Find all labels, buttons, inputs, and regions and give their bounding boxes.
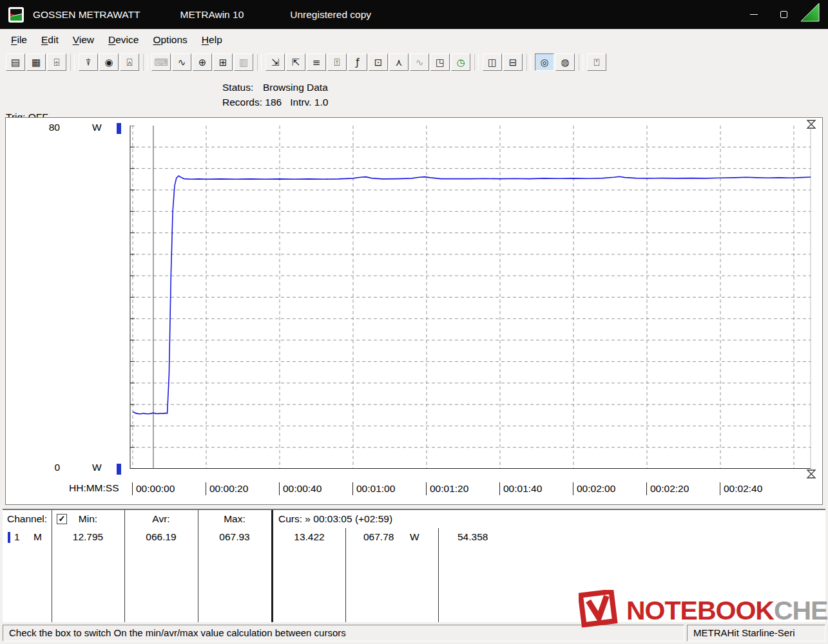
- toolbar-separator: [70, 54, 75, 71]
- channel-number: 1: [14, 531, 20, 543]
- save-export-icon: ▦: [32, 57, 41, 68]
- table-divider-thick: [271, 510, 273, 622]
- copy-page-icon: ◳: [436, 57, 445, 68]
- device-read-icon: ⍒: [85, 57, 91, 68]
- zoom-window-icon: ◍: [561, 57, 569, 68]
- status-panel: Trig: OFF Chan: 123456789 Status: Browsi…: [0, 74, 828, 117]
- license-status: Unregistered copy: [290, 9, 371, 21]
- x-tick-label: 00:00:20: [206, 482, 248, 495]
- annotations-button[interactable]: ⍞: [587, 53, 606, 71]
- minimize-button[interactable]: [739, 0, 769, 29]
- zoom-window-button[interactable]: ◍: [555, 53, 575, 71]
- y-range-bottom-marker[interactable]: [117, 464, 121, 475]
- app-name: GOSSEN METRAWATT: [33, 9, 140, 21]
- x-tick-label: 00:02:20: [646, 482, 689, 495]
- table-divider: [52, 510, 52, 622]
- app-window: GOSSEN METRAWATT METRAwin 10 Unregistere…: [0, 0, 828, 644]
- max-header: Max:: [198, 513, 271, 525]
- table-divider: [438, 528, 439, 622]
- records-count: Records: 186: [222, 95, 282, 109]
- cursor2-value: 067.78: [363, 531, 394, 543]
- merge-data-button[interactable]: ⇱: [286, 53, 305, 71]
- notebookcheck-logo-icon: [579, 590, 621, 631]
- monitor-out-button[interactable]: ⍐: [327, 53, 347, 71]
- menu-options[interactable]: Options: [146, 31, 194, 49]
- y-axis-max-label: 80: [43, 122, 60, 133]
- x-tick-label: 00:01:40: [499, 482, 542, 495]
- print-button[interactable]: ⊟: [503, 53, 523, 71]
- y-axis-min-label: 0: [43, 462, 60, 473]
- notebookcheck-watermark: NOTEBOOK CHECK: [579, 589, 828, 632]
- menu-help[interactable]: Help: [195, 31, 229, 49]
- copy-page-button[interactable]: ◳: [430, 53, 450, 71]
- channel-mode: M: [34, 531, 42, 543]
- monitor-out-icon: ⍐: [334, 57, 340, 68]
- save-icon: ▤: [11, 57, 20, 68]
- save-export-button[interactable]: ▦: [26, 53, 46, 71]
- toolbar-separator: [526, 54, 531, 71]
- channel-header: Channel:: [7, 513, 47, 525]
- cursors-header: Curs: » 00:03:05 (+02:59): [278, 513, 392, 525]
- timer-icon: ◷: [456, 57, 465, 68]
- status-value: Browsing Data: [263, 80, 328, 95]
- print-preview-button[interactable]: ◫: [483, 53, 502, 71]
- status-label: Status:: [222, 80, 263, 95]
- x-tick-label: 00:02:00: [573, 482, 615, 495]
- x-tick-label: 00:01:00: [352, 482, 395, 495]
- cursor2-bottom-handle-icon[interactable]: [806, 469, 816, 478]
- x-tick-label: 00:00:00: [132, 482, 175, 495]
- save-button[interactable]: ▤: [6, 53, 25, 71]
- window-title: METRAwin 10: [180, 9, 244, 21]
- menu-device[interactable]: Device: [101, 31, 146, 49]
- menu-view[interactable]: View: [66, 31, 101, 49]
- x-tick-label: 00:01:20: [426, 482, 468, 495]
- split-curves-button[interactable]: ⋏: [389, 53, 409, 71]
- cursor2-unit: W: [410, 531, 419, 543]
- watermark-word1: NOTEBOOK: [626, 596, 774, 626]
- device-send-icon: ⍓: [126, 57, 132, 68]
- avr-header: Avr:: [124, 513, 198, 525]
- bar-view-button[interactable]: ▥: [234, 53, 253, 71]
- split-curves-icon: ⋏: [396, 57, 403, 68]
- keyboard-button[interactable]: ⌨: [151, 53, 171, 71]
- trend-view-icon: ∿: [178, 57, 186, 68]
- cursor2-top-handle-icon[interactable]: [806, 120, 816, 129]
- maximize-icon: [780, 11, 787, 18]
- table-view-button[interactable]: ⊞: [213, 53, 233, 71]
- maximize-button[interactable]: [769, 0, 798, 29]
- titlebar: GOSSEN METRAWATT METRAwin 10 Unregistere…: [0, 0, 828, 29]
- app-logo-icon: [8, 7, 24, 23]
- monitor-view-button[interactable]: ⊡: [369, 53, 388, 71]
- power-trace: [133, 176, 811, 414]
- min-header: Min:: [52, 513, 124, 525]
- timer-button[interactable]: ◷: [451, 53, 470, 71]
- y-range-top-marker[interactable]: [117, 123, 121, 134]
- open-button[interactable]: ⌹: [47, 53, 66, 71]
- curve-overlay-button[interactable]: ∿: [410, 53, 429, 71]
- toolbar-separator: [257, 54, 262, 71]
- device-read-button[interactable]: ⍒: [79, 53, 98, 71]
- curve-overlay-icon: ∿: [416, 57, 424, 68]
- zoom-trend-icon: ◎: [540, 57, 548, 68]
- x-tick-label: 00:00:40: [279, 482, 322, 495]
- toolbar-separator: [579, 54, 583, 71]
- trend-plot-area[interactable]: [130, 126, 811, 469]
- transfer-list-button[interactable]: ≡: [307, 53, 326, 71]
- menu-file[interactable]: File: [4, 31, 34, 49]
- trend-view-button[interactable]: ∿: [172, 53, 191, 71]
- resize-triangle-icon: [800, 3, 820, 22]
- print-icon: ⊟: [509, 57, 517, 68]
- zoom-trend-button[interactable]: ◎: [535, 53, 554, 71]
- interval-value: Intrv. 1.0: [290, 95, 328, 109]
- channel-color-marker: [8, 532, 10, 543]
- device-snapshot-button[interactable]: ◉: [99, 53, 119, 71]
- monitor-view-icon: ⊡: [374, 57, 383, 68]
- crosshair-view-button[interactable]: ⊕: [193, 53, 212, 71]
- menu-edit[interactable]: Edit: [34, 31, 66, 49]
- min-value: 12.795: [52, 531, 124, 543]
- device-send-button[interactable]: ⍓: [120, 53, 139, 71]
- delta-value: 54.358: [457, 531, 488, 543]
- import-data-button[interactable]: ⇲: [265, 53, 285, 71]
- formula-button[interactable]: ƒ: [348, 53, 367, 71]
- print-preview-icon: ◫: [488, 57, 497, 68]
